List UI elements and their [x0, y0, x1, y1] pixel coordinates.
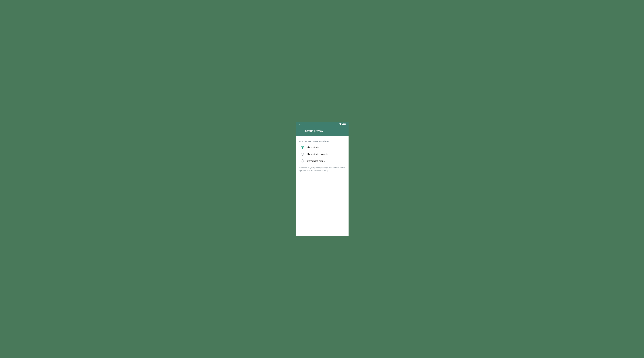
section-label: Who can see my status updates — [296, 139, 348, 144]
system-status-bar: 9:30 — [296, 122, 348, 127]
wifi-icon — [339, 123, 342, 125]
radio-label: My contacts except... — [307, 153, 329, 155]
arrow-left-icon — [298, 129, 301, 133]
back-button[interactable] — [298, 129, 301, 133]
privacy-note: Changes to your privacy settings won't a… — [296, 164, 348, 172]
status-icons — [339, 123, 346, 126]
radio-label: My contacts — [307, 146, 319, 149]
radio-icon — [301, 146, 304, 149]
clock: 9:30 — [298, 123, 302, 125]
radio-option-my-contacts[interactable]: My contacts — [296, 144, 348, 151]
radio-dot-icon — [302, 147, 303, 148]
svg-rect-0 — [345, 123, 345, 123]
radio-label: Only share with... — [307, 160, 325, 162]
svg-rect-2 — [344, 124, 346, 125]
battery-icon — [344, 123, 346, 126]
phone-frame: 9:30 Status privacy — [296, 122, 348, 236]
radio-icon — [301, 159, 304, 162]
radio-icon — [301, 153, 304, 156]
page-title: Status privacy — [305, 129, 323, 133]
radio-option-only-share-with[interactable]: Only share with... — [296, 158, 348, 164]
content-area: Who can see my status updates My contact… — [296, 136, 348, 236]
signal-icon — [342, 123, 344, 125]
radio-option-my-contacts-except[interactable]: My contacts except... — [296, 151, 348, 158]
app-bar: Status privacy — [296, 127, 348, 136]
